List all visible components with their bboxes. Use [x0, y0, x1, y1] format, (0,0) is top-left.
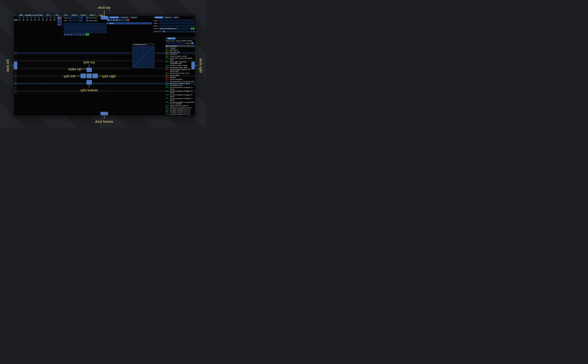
- pattern-cell[interactable]: ... .. .. ....: [44, 52, 53, 54]
- pattern-cell[interactable]: ... .. .. ....: [79, 66, 88, 67]
- dock-target-right[interactable]: [192, 62, 195, 69]
- pattern-cell[interactable]: ... .. .. ....: [53, 85, 61, 86]
- pattern-cell[interactable]: ... .. .. ....: [26, 85, 35, 86]
- pattern-cell[interactable]: ... .. .. ....: [17, 87, 26, 88]
- pattern-cell[interactable]: ... .. .. ....: [88, 85, 97, 86]
- pattern-cell[interactable]: ... .. .. ....: [35, 58, 44, 59]
- dock-target-left[interactable]: [14, 62, 17, 69]
- pattern-cell[interactable]: ... .. .. ....: [61, 83, 70, 84]
- pattern-cell[interactable]: ... .. .. ....: [61, 62, 70, 63]
- pattern-cell[interactable]: ... .. .. ....: [70, 92, 79, 94]
- pattern-cell[interactable]: ... .. .. ....: [88, 66, 97, 67]
- pattern-cell[interactable]: ... .. .. ....: [26, 81, 35, 82]
- pattern-cell[interactable]: ... .. .. ....: [35, 64, 44, 65]
- pattern-cell[interactable]: ... .. .. ....: [97, 68, 106, 69]
- pattern-cell[interactable]: ... .. .. ....: [26, 89, 35, 90]
- pattern-cell[interactable]: ... .. .. ....: [35, 72, 44, 73]
- tab-speed[interactable]: Speed: [173, 16, 179, 19]
- pattern-cell[interactable]: ... .. .. ....: [70, 79, 79, 80]
- pattern-cell[interactable]: ... .. .. ....: [88, 56, 97, 58]
- pattern-cell[interactable]: ... .. .. ....: [35, 73, 44, 75]
- pattern-cell[interactable]: ... .. .. ....: [53, 62, 61, 63]
- oscilloscope-title-bar[interactable]: ▼ Oscilloscope (X-Y) ×: [132, 43, 155, 46]
- pattern-cell[interactable]: ... .. .. ....: [97, 92, 106, 94]
- pattern-cell[interactable]: ... .. .. ....: [26, 73, 35, 75]
- pattern-cell[interactable]: ... .. .. ....: [17, 62, 26, 63]
- pattern-cell[interactable]: ... .. .. ....: [26, 58, 35, 59]
- pattern-cell[interactable]: ... .. .. ....: [17, 75, 26, 77]
- pattern-cell[interactable]: ... .. .. ....: [70, 56, 79, 58]
- pattern-cell[interactable]: ... .. .. ....: [97, 87, 106, 88]
- delete-instrument-button[interactable]: ×: [127, 19, 129, 21]
- pattern-cell[interactable]: ... .. .. ....: [61, 91, 70, 92]
- pattern-cell[interactable]: ... .. .. ....: [26, 75, 35, 77]
- pattern-cell[interactable]: ... .. .. ....: [44, 73, 53, 75]
- tab-wavetables[interactable]: Wavetables: [119, 16, 129, 19]
- pattern-cell[interactable]: ... .. .. ....: [53, 68, 61, 69]
- pattern-cell[interactable]: ... .. .. ....: [26, 72, 35, 73]
- pattern-cell[interactable]: ... .. .. ....: [35, 52, 44, 54]
- pattern-cell[interactable]: ... .. .. ....: [53, 79, 61, 80]
- pattern-cell[interactable]: ... .. .. ....: [97, 72, 106, 73]
- pattern-cell[interactable]: ... .. .. ....: [26, 62, 35, 63]
- pattern-cell[interactable]: ... .. .. ....: [26, 77, 35, 78]
- effect-list-menu-button[interactable]: ≡: [191, 42, 194, 44]
- pattern-cell[interactable]: ... .. .. ....: [17, 79, 26, 80]
- pattern-cell[interactable]: ... .. .. ....: [35, 92, 44, 94]
- pattern-cell[interactable]: ... .. .. ....: [35, 87, 44, 88]
- pattern-cell[interactable]: ... .. .. ....: [61, 54, 70, 56]
- pattern-cell[interactable]: ... .. .. ....: [70, 81, 79, 82]
- pattern-cell[interactable]: ... .. .. ....: [53, 91, 61, 92]
- pattern-cell[interactable]: ... .. .. ....: [88, 52, 97, 54]
- pattern-cell[interactable]: ... .. .. ....: [97, 66, 106, 67]
- tab-instruments[interactable]: Instruments: [109, 16, 119, 19]
- tuning-input[interactable]: [162, 31, 190, 32]
- pattern-cell[interactable]: ... .. .. ....: [26, 83, 35, 84]
- pattern-cell[interactable]: ... .. .. ....: [79, 54, 88, 56]
- dock-target-top[interactable]: [101, 16, 108, 20]
- pattern-cell[interactable]: ... .. .. ....: [53, 83, 61, 84]
- pattern-cell[interactable]: ... .. .. ....: [17, 64, 26, 65]
- pattern-cell[interactable]: ... .. .. ....: [44, 56, 53, 58]
- pattern-cell[interactable]: ... .. .. ....: [70, 54, 79, 56]
- pattern-cell[interactable]: ... .. .. ....: [61, 87, 70, 88]
- pattern-cell[interactable]: ... .. .. ....: [53, 89, 61, 90]
- pattern-cell[interactable]: ... .. .. ....: [53, 72, 61, 73]
- tuning-decrease-button[interactable]: -: [190, 31, 192, 32]
- pattern-cell[interactable]: ... .. .. ....: [17, 54, 26, 56]
- pattern-cell[interactable]: ... .. .. ....: [61, 64, 70, 65]
- pattern-cell[interactable]: ... .. .. ....: [79, 58, 88, 59]
- pattern-cell[interactable]: ... .. .. ....: [35, 81, 44, 82]
- pattern-cell[interactable]: ... .. .. ....: [35, 91, 44, 92]
- pattern-cell[interactable]: ... .. .. ....: [17, 81, 26, 82]
- pattern-cell[interactable]: ... .. .. ....: [53, 58, 61, 59]
- sitemap-icon-button[interactable]: [118, 19, 121, 21]
- pattern-cell[interactable]: ... .. .. ....: [17, 77, 26, 78]
- pattern-cell[interactable]: ... .. .. ....: [17, 56, 26, 58]
- pattern-cell[interactable]: ... .. .. ....: [70, 66, 79, 67]
- pattern-cell[interactable]: ... .. .. ....: [44, 92, 53, 94]
- pattern-cell[interactable]: ... .. .. ....: [70, 87, 79, 88]
- pattern-cell[interactable]: ... .. .. ....: [53, 54, 61, 56]
- pattern-cell[interactable]: ... .. .. ....: [35, 54, 44, 56]
- pattern-cell[interactable]: ... .. .. ....: [97, 79, 106, 80]
- pattern-cell[interactable]: ... .. .. ....: [17, 72, 26, 73]
- pattern-cell[interactable]: ... .. .. ....: [26, 54, 35, 56]
- pattern-cell[interactable]: ... .. .. ....: [79, 92, 88, 94]
- pattern-cell[interactable]: ... .. .. ....: [79, 85, 88, 86]
- pattern-cell[interactable]: ... .. .. ....: [35, 77, 44, 78]
- pattern-cell[interactable]: ... .. .. ....: [70, 89, 79, 90]
- pattern-cell[interactable]: ... .. .. ....: [44, 60, 53, 61]
- pattern-cell[interactable]: ... .. .. ....: [26, 91, 35, 92]
- pattern-cell[interactable]: ... .. .. ....: [79, 87, 88, 88]
- pattern-cell[interactable]: ... .. .. ....: [26, 64, 35, 65]
- pattern-cell[interactable]: ... .. .. ....: [97, 54, 106, 56]
- pattern-cell[interactable]: ... .. .. ....: [35, 89, 44, 90]
- pattern-cell[interactable]: ... .. .. ....: [44, 54, 53, 56]
- pattern-cell[interactable]: ... .. .. ....: [17, 91, 26, 92]
- pattern-cell[interactable]: ... .. .. ....: [61, 89, 70, 90]
- pattern-cell[interactable]: ... .. .. ....: [61, 60, 70, 61]
- tab-subsongs[interactable]: Subsongs: [164, 16, 172, 19]
- pattern-cell[interactable]: ... .. .. ....: [44, 81, 53, 82]
- pattern-cell[interactable]: ... .. .. ....: [53, 92, 61, 94]
